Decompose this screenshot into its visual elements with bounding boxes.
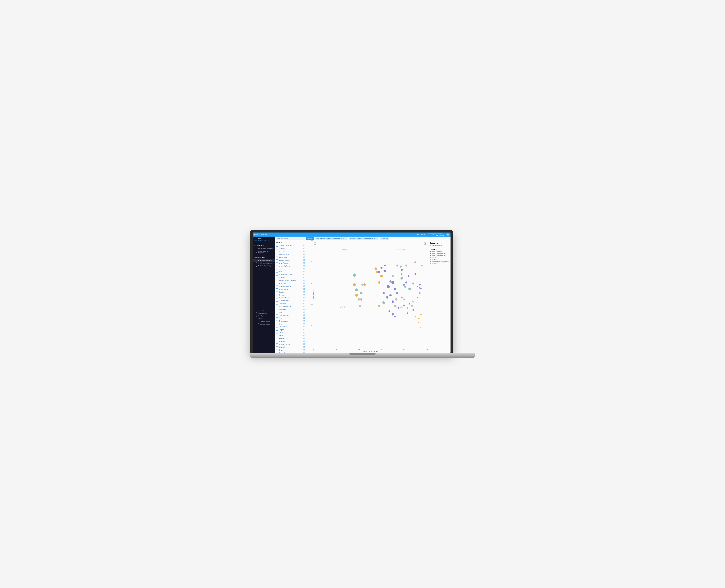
open-external-icon[interactable] bbox=[303, 346, 305, 348]
open-external-icon[interactable] bbox=[303, 291, 305, 293]
data-point[interactable] bbox=[387, 285, 390, 288]
data-point[interactable] bbox=[414, 261, 416, 264]
list-item[interactable]: ≡Aegarion Caenlaeron bbox=[275, 244, 306, 247]
data-point[interactable] bbox=[401, 296, 403, 298]
list-item[interactable]: ≡Hudpond Lake bbox=[275, 352, 306, 353]
open-external-icon[interactable] bbox=[303, 300, 305, 301]
search-button[interactable]: Search bbox=[306, 237, 314, 240]
breadcrumb-home[interactable]: Home bbox=[254, 234, 258, 235]
data-point[interactable] bbox=[400, 266, 402, 268]
open-external-icon[interactable] bbox=[303, 349, 305, 351]
list-item[interactable]: ≡Catelyn bbox=[275, 291, 306, 294]
open-external-icon[interactable] bbox=[303, 297, 305, 299]
data-point[interactable] bbox=[415, 316, 416, 317]
gear-icon[interactable] bbox=[417, 233, 419, 235]
info-icon[interactable]: i bbox=[436, 249, 437, 250]
data-point[interactable] bbox=[360, 292, 363, 294]
list-item[interactable]: ≡Beonrith Lord Of Ice bbox=[275, 273, 306, 276]
filter-chip-business-units[interactable]: Business Units Equals 5 selected values … bbox=[349, 237, 379, 240]
open-external-icon[interactable] bbox=[303, 343, 305, 345]
list-item[interactable]: ≡Elrond Halfelven bbox=[275, 314, 306, 317]
data-point[interactable] bbox=[389, 294, 391, 296]
open-external-icon[interactable] bbox=[303, 320, 305, 322]
data-point[interactable] bbox=[403, 284, 405, 286]
sidebar-item[interactable]: Prioritization Overview bbox=[253, 259, 275, 261]
sign-out-link[interactable]: Sign out bbox=[421, 234, 426, 235]
quicklink-team[interactable]: Delivery Team B bbox=[253, 323, 275, 326]
data-point[interactable] bbox=[401, 273, 403, 275]
open-external-icon[interactable] bbox=[303, 303, 305, 304]
data-point[interactable] bbox=[391, 281, 394, 284]
data-point[interactable] bbox=[409, 303, 410, 304]
data-point[interactable] bbox=[418, 318, 420, 319]
scatter-plot[interactable]: Probably Definitively Unlikely Possibly … bbox=[314, 242, 427, 349]
list-item[interactable]: ≡Cinydae bbox=[275, 294, 306, 296]
data-point[interactable] bbox=[421, 265, 423, 267]
data-point[interactable] bbox=[407, 313, 408, 314]
zoom-top-right[interactable]: + bbox=[424, 243, 426, 245]
data-point[interactable] bbox=[394, 316, 396, 317]
list-item[interactable]: ≡Fangorn bbox=[275, 328, 306, 331]
data-point[interactable] bbox=[353, 273, 356, 277]
open-external-icon[interactable] bbox=[303, 282, 305, 284]
data-point[interactable] bbox=[361, 284, 363, 286]
data-point[interactable] bbox=[405, 281, 407, 284]
data-point[interactable] bbox=[376, 271, 378, 273]
open-external-icon[interactable] bbox=[303, 340, 305, 342]
list-item[interactable]: ≡Bregalad bbox=[275, 276, 306, 279]
data-point[interactable] bbox=[381, 267, 383, 269]
list-item[interactable]: ≡Aria Crooks bbox=[275, 250, 306, 253]
data-point[interactable] bbox=[395, 298, 397, 300]
open-external-icon[interactable] bbox=[303, 288, 305, 290]
open-external-icon[interactable] bbox=[303, 268, 305, 270]
open-external-icon[interactable] bbox=[303, 306, 305, 308]
open-external-icon[interactable] bbox=[303, 323, 305, 325]
list-item[interactable]: ≡Elebil bbox=[275, 311, 306, 314]
info-icon[interactable]: i bbox=[281, 242, 282, 243]
data-point[interactable] bbox=[378, 305, 380, 307]
open-external-icon[interactable] bbox=[303, 265, 305, 267]
data-point[interactable] bbox=[359, 304, 361, 307]
open-external-icon[interactable] bbox=[303, 279, 305, 281]
data-point[interactable] bbox=[355, 289, 358, 291]
data-point[interactable] bbox=[384, 265, 386, 267]
chip-remove-icon[interactable]: × bbox=[377, 238, 378, 239]
list-item[interactable]: ≡Finglas bbox=[275, 334, 306, 337]
list-item[interactable]: ≡Brervas Lord Of The Yellow bbox=[275, 279, 306, 282]
filter-chip-modernization-step[interactable]: Modernization Step Equals 3 selected val… bbox=[315, 237, 347, 240]
list-item[interactable]: ≡Hirluin bbox=[275, 349, 306, 352]
open-external-icon[interactable] bbox=[303, 312, 305, 313]
sidebar-item[interactable]: Workload Management bbox=[253, 261, 275, 265]
data-point[interactable] bbox=[419, 292, 421, 294]
open-external-icon[interactable] bbox=[303, 262, 305, 264]
sidebar-item[interactable]: Modernization Overview bbox=[253, 247, 275, 250]
open-external-icon[interactable] bbox=[303, 286, 305, 287]
data-point[interactable] bbox=[417, 286, 418, 288]
quicklink-item[interactable]: Azure DevOps bbox=[253, 312, 275, 315]
list-item[interactable]: ≡Coastline Street bbox=[275, 299, 306, 302]
zoom-bottom-right[interactable]: + bbox=[424, 346, 426, 348]
list-item[interactable]: ≡Demonkey bbox=[275, 308, 306, 311]
data-point[interactable] bbox=[419, 284, 421, 286]
open-external-icon[interactable] bbox=[303, 317, 305, 319]
open-external-icon[interactable] bbox=[303, 259, 305, 261]
add-filter-button[interactable]: Add Filter bbox=[380, 237, 389, 240]
data-point[interactable] bbox=[363, 284, 366, 286]
data-point[interactable] bbox=[396, 292, 398, 294]
open-external-icon[interactable] bbox=[303, 338, 305, 339]
data-point[interactable] bbox=[358, 298, 360, 300]
data-point[interactable] bbox=[405, 265, 407, 267]
data-point[interactable] bbox=[404, 286, 406, 288]
open-external-icon[interactable] bbox=[303, 294, 305, 296]
data-point[interactable] bbox=[375, 268, 377, 270]
data-point[interactable] bbox=[401, 277, 403, 279]
data-point[interactable] bbox=[412, 309, 414, 311]
breadcrumb-current[interactable]: Workloads bbox=[260, 234, 267, 235]
quicklink-team[interactable]: Delivery Team A bbox=[253, 320, 275, 323]
open-external-icon[interactable] bbox=[303, 352, 305, 353]
open-external-icon[interactable] bbox=[303, 329, 305, 331]
list-item[interactable]: ≡Ashland Row bbox=[275, 256, 306, 259]
list-item[interactable]: ≡Caraton Depths bbox=[275, 288, 306, 291]
data-point[interactable] bbox=[394, 288, 396, 290]
sidebar-item[interactable]: Modernization In Progress bbox=[253, 250, 275, 254]
